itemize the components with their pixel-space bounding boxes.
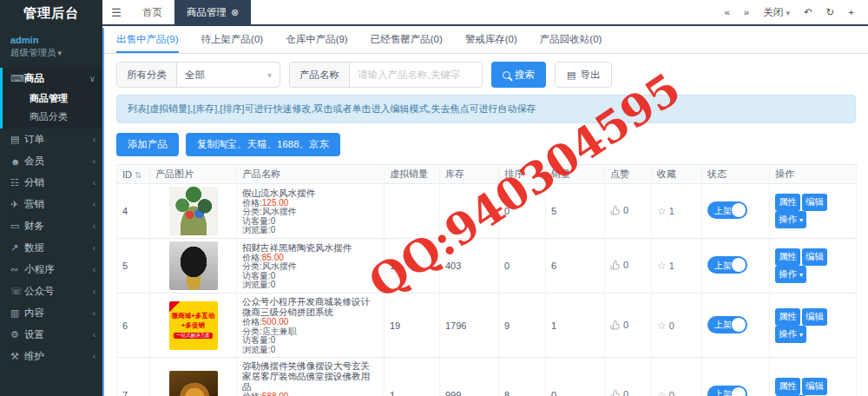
status-toggle[interactable]: 上架 — [707, 201, 747, 219]
window-tab-home[interactable]: 首页 — [130, 0, 174, 24]
product-image[interactable] — [169, 187, 218, 235]
sidebar-item-label: 财务 — [24, 220, 93, 233]
scroll-right-icon[interactable]: » — [744, 7, 749, 17]
cell-virtual-sales[interactable] — [385, 184, 440, 239]
user-icon: ☻ — [10, 156, 24, 167]
promo-image-text: 微商城+多互动 — [172, 312, 214, 320]
sidebar-item-distribution[interactable]: ☷ 分销 ‹ — [3, 172, 102, 194]
favorites-count: 1 — [669, 261, 674, 271]
sidebar-item-content[interactable]: ▥ 内容 ‹ — [3, 302, 102, 324]
attr-button[interactable]: 属性 — [775, 378, 800, 395]
chevron-left-icon: ‹ — [93, 156, 95, 166]
attr-button[interactable]: 属性 — [775, 308, 800, 326]
more-actions-label: 操作 — [779, 214, 797, 224]
product-image[interactable]: 微商城+多互动 +多促销 一站式解决方案 — [169, 301, 218, 350]
tab-pending[interactable]: 待上架产品(0) — [201, 28, 264, 53]
more-actions-button[interactable]: 操作 ▾ — [775, 266, 806, 283]
close-menu-button[interactable]: 关闭 ▾ — [763, 6, 790, 19]
cell-sort[interactable]: 8 — [499, 358, 546, 396]
hamburger-icon[interactable]: ☰ — [102, 0, 130, 24]
sidebar-item-label: 小程序 — [24, 263, 93, 276]
edit-button[interactable]: 编辑 — [802, 194, 827, 211]
sidebar-group-settings: ⚙ 设置 ‹ — [0, 324, 102, 346]
cell-stock[interactable]: 1796 — [440, 294, 499, 358]
gear-icon: ⚙ — [10, 329, 24, 340]
edit-button[interactable]: 编辑 — [802, 308, 827, 326]
cell-virtual-sales[interactable]: 19 — [385, 294, 440, 358]
topbar-actions: « » 关闭 ▾ ↶ ↻ + — [724, 0, 868, 24]
status-toggle[interactable]: 上架 — [707, 256, 747, 274]
tab-onsale[interactable]: 出售中产品(9) — [116, 28, 179, 53]
sidebar-item-goods-category[interactable]: 商品分类 — [3, 108, 102, 126]
status-label: 上架 — [714, 260, 732, 271]
caret-down-icon: ▾ — [58, 49, 62, 57]
cell-stock[interactable] — [440, 184, 499, 239]
tab-recycle[interactable]: 产品回收站(0) — [540, 28, 602, 53]
sidebar-item-data[interactable]: ↗ 数据 ‹ — [3, 237, 102, 259]
category-value: 风水摆件 — [262, 261, 297, 271]
sidebar-item-official-account[interactable]: ☏ 公众号 ‹ — [3, 280, 102, 302]
star-icon: ☆ — [657, 260, 667, 272]
status-label: 上架 — [714, 205, 732, 216]
sidebar-item-settings[interactable]: ⚙ 设置 ‹ — [3, 324, 102, 346]
user-name[interactable]: admin — [10, 35, 92, 45]
cell-sort[interactable]: 9 — [499, 294, 546, 358]
cell-sort[interactable]: 0 — [499, 184, 546, 239]
sidebar-item-members[interactable]: ☻ 会员 ‹ — [3, 150, 102, 172]
favorites-count: 0 — [669, 320, 674, 331]
cell-virtual-sales[interactable]: 13 — [385, 239, 440, 294]
sidebar-item-goods-manage[interactable]: 商品管理 — [3, 89, 102, 108]
more-actions-button[interactable]: 操作 ▾ — [775, 326, 806, 343]
expand-icon[interactable]: + — [848, 7, 854, 17]
sort-icon[interactable]: ⇅ — [135, 170, 141, 180]
cell-sort[interactable]: 0 — [499, 239, 546, 294]
product-name-input[interactable] — [350, 63, 482, 87]
edit-button[interactable]: 编辑 — [802, 378, 827, 395]
sidebar-group-content: ▥ 内容 ‹ — [0, 302, 102, 324]
col-sales: 销量 — [546, 165, 605, 184]
toggle-knob — [732, 318, 746, 332]
sidebar-item-marketing[interactable]: ✈ 营销 ‹ — [3, 194, 102, 215]
edit-button[interactable]: 编辑 — [802, 248, 827, 266]
more-actions-button[interactable]: 操作 ▾ — [775, 211, 806, 228]
visitors-label: 访客量: — [242, 335, 271, 345]
table-header-row: ID⇅ 产品图片 产品名称 虚拟销量 库存 排序 销量 点赞 收藏 状态 操作 — [117, 165, 857, 184]
close-menu-label: 关闭 — [763, 7, 783, 17]
refresh-icon[interactable]: ↻ — [826, 6, 835, 18]
sidebar-item-finance[interactable]: ▭ 财务 ‹ — [3, 215, 102, 237]
category-select[interactable]: 全部 ▾ — [177, 63, 279, 87]
export-button[interactable]: ▤ 导出 — [555, 62, 612, 88]
copy-product-button[interactable]: 复制淘宝、天猫、1688、京东 — [186, 133, 340, 156]
sidebar-item-miniprogram[interactable]: ∾ 小程序 ‹ — [3, 259, 102, 280]
tab-stock-warning[interactable]: 警戒库存(0) — [465, 28, 517, 53]
close-icon[interactable]: ⊗ — [231, 7, 239, 18]
window-tab-goods-manage[interactable]: 商品管理 ⊗ — [174, 0, 251, 24]
sidebar-item-maintenance[interactable]: ⚒ 维护 ‹ — [3, 346, 102, 367]
cell-stock[interactable]: 999 — [440, 358, 499, 396]
admin-app: 管理后台 admin 超级管理员▾ ⌨ 商品 ∨ 商品管理 商品分类 ▤ — [0, 0, 868, 396]
cell-sales: 0 — [546, 358, 605, 396]
attr-button[interactable]: 属性 — [775, 194, 800, 211]
user-panel: admin 超级管理员▾ — [0, 26, 102, 64]
product-image[interactable] — [169, 371, 218, 396]
scroll-left-icon[interactable]: « — [724, 7, 729, 17]
tab-warehouse[interactable]: 仓库中产品(9) — [286, 28, 348, 53]
sidebar-group-members: ☻ 会员 ‹ — [0, 150, 102, 172]
search-button[interactable]: 搜索 — [491, 62, 546, 88]
attr-button[interactable]: 属性 — [775, 248, 800, 266]
undo-icon[interactable]: ↶ — [804, 6, 812, 18]
col-image: 产品图片 — [150, 165, 237, 184]
caret-down-icon: ▾ — [267, 70, 272, 80]
table-row: 4 假山流水风水摆件 价格:125.00 分类:风水摆件 访客量:0 浏览量:0… — [117, 184, 857, 239]
cell-stock[interactable]: 403 — [440, 239, 499, 294]
add-product-button[interactable]: 添加产品 — [116, 133, 179, 156]
status-toggle[interactable]: 上架 — [707, 386, 747, 396]
user-role-dropdown[interactable]: 超级管理员▾ — [10, 47, 92, 59]
visitors-label: 访客量: — [242, 271, 271, 280]
sidebar-item-orders[interactable]: ▤ 订单 ‹ — [3, 129, 102, 150]
status-toggle[interactable]: 上架 — [707, 316, 747, 333]
product-image[interactable] — [169, 241, 218, 290]
tab-soldout[interactable]: 已经售罄产品(0) — [371, 28, 443, 53]
sidebar-item-goods[interactable]: ⌨ 商品 ∨ — [3, 68, 102, 89]
cell-virtual-sales[interactable]: 1 — [385, 358, 440, 396]
